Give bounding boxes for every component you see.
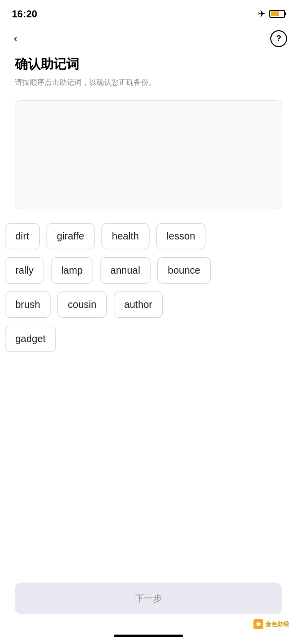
back-button[interactable]: ‹ bbox=[10, 30, 21, 47]
word-chip-dirt[interactable]: dirt bbox=[5, 223, 40, 249]
home-indicator bbox=[114, 635, 183, 637]
airplane-icon: ✈ bbox=[258, 8, 265, 19]
word-chip-giraffe[interactable]: giraffe bbox=[47, 223, 95, 249]
word-chip-author[interactable]: author bbox=[114, 292, 163, 318]
word-chip-health[interactable]: health bbox=[101, 223, 149, 249]
page-title: 确认助记词 bbox=[15, 56, 282, 73]
word-chip-gadget[interactable]: gadget bbox=[5, 326, 56, 352]
mnemonic-display-area bbox=[15, 100, 282, 209]
watermark-text: 金色财经 bbox=[265, 620, 289, 629]
words-row-2: rally lamp annual bounce bbox=[5, 257, 292, 284]
words-row-3: brush cousin author bbox=[5, 292, 292, 318]
battery-icon bbox=[269, 10, 285, 18]
page-content: 确认助记词 请按顺序点击助记词，以确认您正确备份。 bbox=[0, 52, 297, 209]
nav-bar: ‹ ? bbox=[0, 26, 297, 52]
words-section: dirt giraffe health lesson rally lamp an… bbox=[0, 223, 297, 352]
status-time: 16:20 bbox=[12, 8, 37, 20]
page-subtitle: 请按顺序点击助记词，以确认您正确备份。 bbox=[15, 77, 282, 88]
watermark: 金 金色财经 bbox=[253, 619, 289, 629]
help-button[interactable]: ? bbox=[270, 30, 287, 47]
next-button[interactable]: 下一步 bbox=[15, 583, 282, 614]
status-bar: 16:20 ✈ bbox=[0, 0, 297, 26]
words-row-1: dirt giraffe health lesson bbox=[5, 223, 292, 249]
word-chip-cousin[interactable]: cousin bbox=[57, 292, 107, 318]
bottom-section: 下一步 bbox=[15, 583, 282, 614]
word-chip-lesson[interactable]: lesson bbox=[156, 223, 206, 249]
words-row-4: gadget bbox=[5, 326, 292, 352]
word-chip-bounce[interactable]: bounce bbox=[157, 257, 211, 284]
word-chip-annual[interactable]: annual bbox=[100, 257, 150, 284]
word-chip-lamp[interactable]: lamp bbox=[51, 257, 93, 284]
word-chip-rally[interactable]: rally bbox=[5, 257, 44, 284]
watermark-icon: 金 bbox=[253, 619, 263, 629]
status-icons: ✈ bbox=[258, 8, 285, 19]
word-chip-brush[interactable]: brush bbox=[5, 292, 50, 318]
battery-body bbox=[269, 10, 285, 18]
battery-fill bbox=[271, 11, 279, 16]
